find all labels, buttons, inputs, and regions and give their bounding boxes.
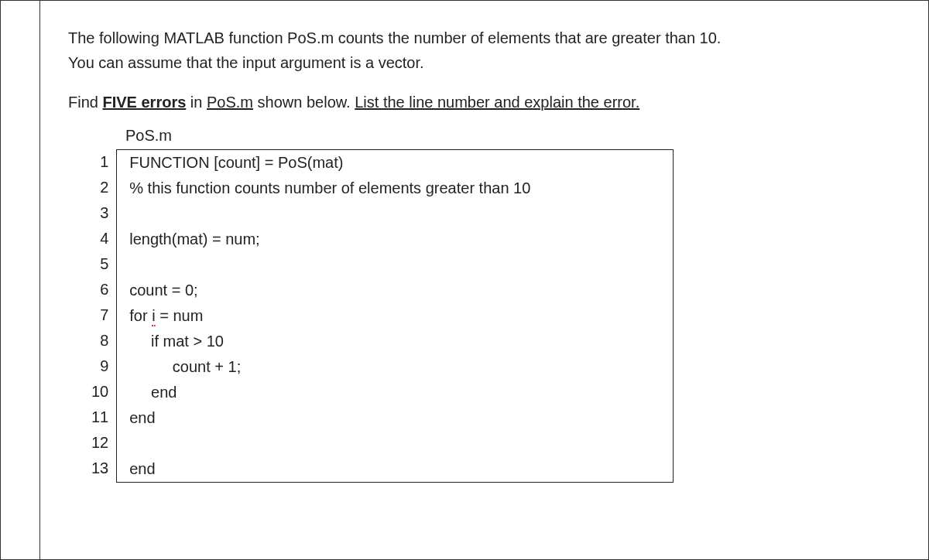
instruction-five-errors: FIVE errors [102, 94, 186, 111]
code-line: end [129, 405, 660, 431]
code-line: length(mat) = num; [129, 227, 660, 252]
instruction-middle: in [186, 94, 207, 111]
instruction-line: Find FIVE errors in PoS.m shown below. L… [68, 94, 897, 111]
intro-paragraph: The following MATLAB function PoS.m coun… [68, 26, 897, 75]
code-container: 1 2 3 4 5 6 7 8 9 10 11 12 13 FUNCTION [… [91, 149, 897, 483]
intro-line-1: The following MATLAB function PoS.m coun… [68, 29, 721, 46]
code-line: end [129, 456, 660, 482]
line-number: 7 [100, 302, 108, 328]
line-number: 8 [100, 328, 108, 353]
code-line: end [129, 380, 660, 405]
intro-line-2: You can assume that the input argument i… [68, 54, 424, 71]
code-line: % this function counts number of element… [129, 176, 660, 201]
line-number: 13 [91, 456, 108, 481]
line-number: 1 [100, 149, 108, 175]
code-line-7: for i = num [129, 303, 660, 329]
code-line [129, 431, 660, 456]
line-number: 9 [100, 353, 108, 379]
instruction-prefix: Find [68, 94, 102, 111]
code-line: if mat > 10 [129, 329, 660, 354]
line-number: 10 [91, 379, 108, 405]
line-number: 3 [100, 200, 108, 226]
line-number: 4 [100, 226, 108, 251]
line-number: 6 [100, 277, 108, 302]
code-line: count + 1; [129, 354, 660, 380]
code-line: count = 0; [129, 278, 660, 303]
code-box: FUNCTION [count] = PoS(mat) % this funct… [116, 149, 674, 483]
code-line: FUNCTION [count] = PoS(mat) [129, 150, 660, 176]
code-line [129, 252, 660, 278]
line-number: 5 [100, 251, 108, 277]
line-number: 2 [100, 175, 108, 200]
document-frame: The following MATLAB function PoS.m coun… [0, 0, 929, 560]
line-number: 12 [91, 430, 108, 456]
content-area: The following MATLAB function PoS.m coun… [39, 1, 928, 559]
code-filename: PoS.m [125, 127, 897, 145]
squiggle-i: i [152, 307, 155, 326]
line-number: 11 [91, 405, 108, 430]
instruction-posm: PoS.m [207, 94, 253, 111]
line-number-gutter: 1 2 3 4 5 6 7 8 9 10 11 12 13 [91, 149, 116, 483]
instruction-after: shown below. [253, 94, 355, 111]
instruction-list: List the line number and explain the err… [355, 94, 639, 111]
code-line [129, 201, 660, 227]
